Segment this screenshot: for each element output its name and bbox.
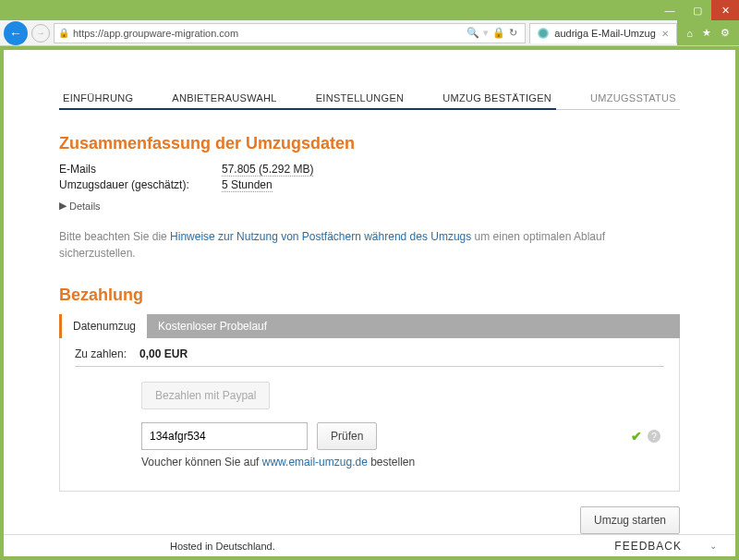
hosted-text: Hosted in Deutschland. (170, 541, 275, 552)
payment-panel: Zu zahlen: 0,00 EUR Bezahlen mit Paypal … (59, 338, 680, 492)
window-minimize-button[interactable]: — (656, 0, 684, 20)
chevron-down-icon[interactable]: ⌄ (709, 541, 717, 551)
refresh-icon[interactable]: ↻ (509, 27, 517, 39)
to-pay-amount: 0,00 EUR (139, 347, 188, 360)
summary-heading: Zusammenfassung der Umzugsdaten (59, 134, 680, 153)
home-icon[interactable]: ⌂ (686, 28, 693, 39)
emails-label: E-Mails (59, 163, 222, 177)
search-icon[interactable]: 🔍 (466, 27, 479, 39)
details-toggle[interactable]: ▶ Details (59, 200, 680, 212)
tab-close-button[interactable]: ✕ (661, 29, 669, 39)
tab-strip: audriga E-Mail-Umzug ✕ (529, 23, 677, 43)
triangle-right-icon: ▶ (59, 200, 67, 212)
tab-title: audriga E-Mail-Umzug (554, 28, 655, 39)
arrow-right-icon: → (36, 28, 45, 38)
voucher-input[interactable] (141, 422, 308, 450)
step-settings[interactable]: EINSTELLUNGEN (312, 87, 408, 109)
feedback-button[interactable]: FEEDBACK (614, 540, 709, 553)
window-titlebar: — ▢ ✕ (0, 0, 739, 20)
help-icon[interactable]: ? (648, 430, 660, 443)
to-pay-label: Zu zahlen: (75, 347, 127, 360)
arrow-left-icon: ← (9, 26, 22, 41)
lock-icon: 🔒 (58, 28, 69, 38)
nav-back-button[interactable]: ← (4, 21, 28, 45)
address-bar[interactable]: 🔒 https://app.groupware-migration.com 🔍 … (54, 23, 526, 43)
step-confirm[interactable]: UMZUG BESTÄTIGEN (439, 87, 555, 109)
window-close-button[interactable]: ✕ (711, 0, 739, 20)
nav-forward-button[interactable]: → (31, 24, 50, 43)
step-provider[interactable]: ANBIETERAUSWAHL (168, 87, 281, 109)
duration-value: 5 Stunden (222, 178, 273, 192)
voucher-link[interactable]: www.email-umzug.de (262, 456, 368, 469)
payment-tabs: Datenumzug Kostenloser Probelauf (59, 314, 680, 338)
usage-note-link[interactable]: Hinweise zur Nutzung von Postfächern wäh… (170, 230, 471, 243)
emails-value: 57.805 (5.292 MB) (222, 163, 313, 177)
browser-tab[interactable]: audriga E-Mail-Umzug ✕ (529, 23, 677, 43)
step-intro[interactable]: EINFÜHRUNG (59, 87, 137, 109)
payment-heading: Bezahlung (59, 286, 680, 305)
paypal-button[interactable]: Bezahlen mit Paypal (141, 382, 270, 409)
duration-label: Umzugsdauer (geschätzt): (59, 178, 222, 192)
checkmark-icon: ✔ (631, 429, 642, 444)
url-text: https://app.groupware-migration.com (73, 28, 238, 39)
window-maximize-button[interactable]: ▢ (684, 0, 711, 20)
cert-lock-icon[interactable]: 🔒 (492, 27, 505, 39)
tab-free-trial[interactable]: Kostenloser Probelauf (147, 314, 278, 338)
details-label: Details (69, 201, 101, 212)
check-voucher-button[interactable]: Prüfen (317, 422, 377, 450)
start-migration-button[interactable]: Umzug starten (580, 506, 680, 534)
page-footer: Hosted in Deutschland. FEEDBACK ⌄ (4, 534, 735, 556)
settings-gear-icon[interactable]: ⚙ (721, 27, 730, 39)
voucher-note: Voucher können Sie auf www.email-umzug.d… (141, 456, 664, 469)
usage-note: Bitte beachten Sie die Hinweise zur Nutz… (59, 228, 680, 262)
wizard-steps: EINFÜHRUNG ANBIETERAUSWAHL EINSTELLUNGEN… (59, 87, 680, 110)
favicon-icon (538, 28, 549, 39)
step-status: UMZUGSSTATUS (587, 87, 680, 109)
browser-toolbar: ← → 🔒 https://app.groupware-migration.co… (0, 20, 739, 46)
tab-data-migration[interactable]: Datenumzug (59, 314, 147, 338)
favorites-icon[interactable]: ★ (702, 27, 711, 39)
